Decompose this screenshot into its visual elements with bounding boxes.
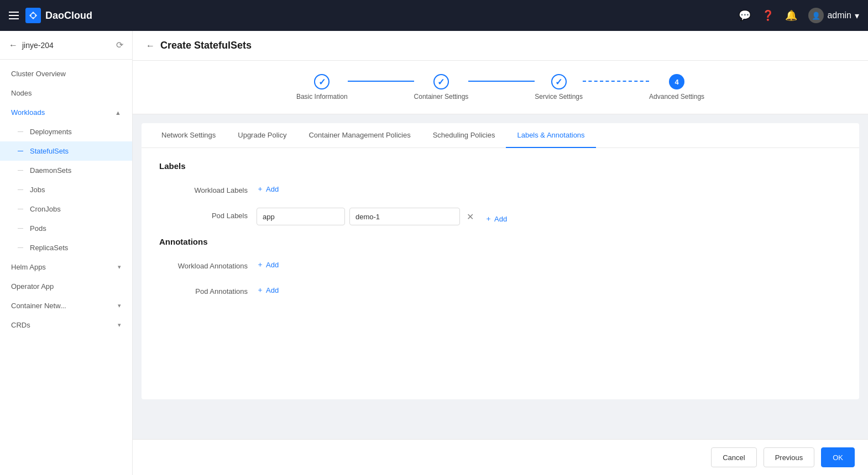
step-circle-4: 4 [669,74,684,89]
pod-annotations-add-button[interactable]: ＋ Add [257,283,279,297]
sidebar-item-helm-apps[interactable]: Helm Apps ▾ [0,257,132,277]
page-back-icon[interactable]: ← [146,41,155,51]
logo: DaoCloud [25,8,92,23]
back-arrow-icon[interactable]: ← [9,40,18,50]
app-name: DaoCloud [45,10,92,22]
sidebar-item-crds[interactable]: CRDs ▾ [0,315,132,335]
cluster-name: jinye-204 [22,41,54,50]
page-header: ← Create StatefulSets [133,31,868,61]
step-number-4: 4 [674,78,678,86]
step-label-1: Basic Information [296,93,348,101]
workload-annotations-add-button[interactable]: ＋ Add [257,257,279,272]
sidebar-item-label: Container Netw... [11,302,66,310]
sidebar-item-cluster-overview[interactable]: Cluster Overview [0,64,132,83]
step-circle-1: ✓ [314,74,330,89]
sidebar-item-statefulsets[interactable]: StatefulSets [0,141,132,161]
workload-labels-fields: ＋ Add [257,182,279,196]
add-label: Add [494,215,507,223]
pod-annotations-row: Pod Annotations ＋ Add [159,283,841,297]
step-basic-info: ✓ Basic Information [296,74,348,101]
checkmark-icon: ✓ [318,77,326,87]
step-circle-3: ✓ [551,74,567,89]
workload-annotations-label: Workload Annotations [159,257,248,270]
pod-label-pair: ✕ [257,208,476,225]
plus-icon: ＋ [485,214,492,224]
sidebar-item-pods[interactable]: Pods [0,219,132,238]
notification-icon[interactable]: 🔔 [785,9,797,22]
step-connector-2-3 [468,81,535,82]
dash-icon [18,209,23,209]
sidebar-item-label: Deployments [30,128,72,136]
pod-label-value-input[interactable] [349,208,460,225]
cancel-button[interactable]: Cancel [711,447,756,467]
chevron-up-icon: ▲ [115,109,121,116]
chevron-down-icon: ▾ [118,302,121,309]
labels-section-title: Labels [159,161,841,171]
workload-annotations-fields: ＋ Add [257,257,279,272]
annotations-section-title: Annotations [159,237,841,246]
ok-button[interactable]: OK [821,447,855,467]
sidebar-nav: Cluster Overview Nodes Workloads ▲ Deplo… [0,60,132,339]
workload-labels-add-button[interactable]: ＋ Add [257,182,279,196]
form-content: Labels Workload Labels ＋ Add Pod Labels [142,148,859,321]
dash-icon [18,170,23,171]
tab-scheduling-policies[interactable]: Scheduling Policies [422,123,506,148]
message-icon[interactable]: 💬 [739,9,751,22]
sidebar-item-operator-app[interactable]: Operator App [0,277,132,296]
plus-icon: ＋ [257,260,264,270]
sidebar-item-label: Operator App [11,282,54,291]
sidebar-item-label: DaemonSets [30,166,71,175]
sidebar-item-label: Cluster Overview [11,70,66,78]
dash-icon [18,228,23,229]
sidebar-item-label: Pods [30,224,46,233]
sidebar-item-cronjobs[interactable]: CronJobs [0,199,132,219]
main-content: ← Create StatefulSets ✓ Basic Informatio… [133,31,868,475]
workload-labels-row: Workload Labels ＋ Add [159,182,841,196]
pod-labels-fields: ✕ ＋ Add [257,207,507,226]
sidebar-item-daemonsets[interactable]: DaemonSets [0,161,132,180]
add-label: Add [266,185,279,193]
pod-labels-label: Pod Labels [159,207,248,220]
sidebar-item-label: StatefulSets [30,147,69,155]
dash-icon [18,151,23,151]
sidebar-item-label: Workloads [11,108,45,117]
checkmark-icon: ✓ [437,77,445,87]
pod-label-delete-button[interactable]: ✕ [464,209,476,224]
chevron-down-icon: ▾ [118,263,121,271]
tab-network-settings[interactable]: Network Settings [150,123,227,148]
sidebar-item-replicasets[interactable]: ReplicaSets [0,238,132,257]
dash-icon [18,131,23,132]
sidebar-item-label: CronJobs [30,205,61,213]
dash-icon [18,247,23,248]
tab-bar: Network Settings Upgrade Policy Containe… [142,123,859,148]
step-container-settings: ✓ Container Settings [414,74,469,101]
pod-label-key-input[interactable] [257,208,345,225]
sidebar-item-deployments[interactable]: Deployments [0,122,132,141]
step-label-4: Advanced Settings [649,93,704,101]
sidebar-item-jobs[interactable]: Jobs [0,180,132,199]
pod-labels-add-button[interactable]: ＋ Add [485,212,507,226]
help-icon[interactable]: ❓ [762,9,774,22]
sidebar-item-workloads[interactable]: Workloads ▲ [0,103,132,122]
step-connector-1-2 [348,81,414,82]
menu-toggle[interactable] [9,12,19,19]
refresh-icon[interactable]: ⟳ [116,40,123,50]
add-label: Add [266,261,279,269]
user-menu[interactable]: 👤 admin ▾ [808,8,859,23]
wizard-steps: ✓ Basic Information ✓ Container Settings… [133,61,868,114]
tab-upgrade-policy[interactable]: Upgrade Policy [227,123,297,148]
sidebar-item-container-netw[interactable]: Container Netw... ▾ [0,296,132,315]
chevron-down-icon: ▾ [855,10,859,21]
sidebar-item-label: Helm Apps [11,263,46,271]
tab-container-mgmt[interactable]: Container Management Policies [297,123,421,148]
avatar: 👤 [808,8,824,23]
sidebar-item-nodes[interactable]: Nodes [0,83,132,103]
workload-labels-label: Workload Labels [159,182,248,194]
previous-button[interactable]: Previous [764,447,815,467]
sidebar-item-label: ReplicaSets [30,244,68,252]
tab-labels-annotations[interactable]: Labels & Annotations [506,123,595,148]
add-label: Add [266,286,279,294]
plus-icon: ＋ [257,184,264,194]
sidebar: ← jinye-204 ⟳ Cluster Overview Nodes Wor… [0,31,133,475]
user-name: admin [827,10,851,20]
